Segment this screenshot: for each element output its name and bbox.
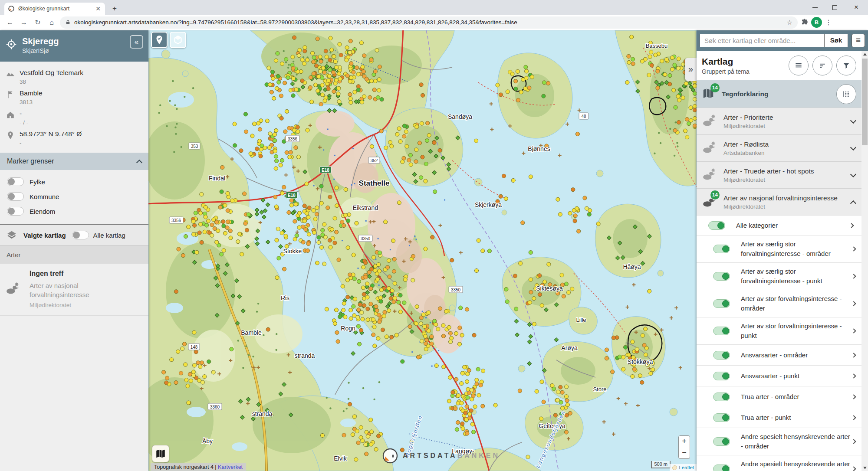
observation-marker[interactable] [349,317,353,321]
observation-marker[interactable] [556,197,560,201]
list-view-button[interactable] [789,56,809,75]
observation-marker[interactable] [529,290,533,294]
observation-marker[interactable] [320,93,324,97]
observation-marker[interactable] [243,192,247,196]
observation-marker[interactable] [184,234,187,238]
observation-marker[interactable] [240,252,244,256]
observation-marker[interactable] [312,56,316,59]
observation-marker[interactable] [456,421,460,425]
chevron-up-icon[interactable] [850,200,856,206]
observation-marker[interactable] [273,133,276,137]
observation-marker[interactable] [244,130,248,134]
observation-marker[interactable] [431,235,434,239]
observation-marker[interactable] [519,262,523,265]
observation-marker[interactable] [381,328,385,332]
observation-marker[interactable] [349,62,353,65]
observation-marker[interactable] [419,322,423,326]
observation-marker[interactable] [390,144,394,148]
observation-marker[interactable] [427,133,431,137]
observation-marker[interactable] [328,195,332,199]
observation-marker[interactable] [191,232,195,236]
observation-marker[interactable] [384,146,388,150]
observation-marker[interactable] [330,48,334,52]
observation-marker[interactable] [270,90,273,94]
observation-marker[interactable] [664,58,668,62]
observation-marker[interactable] [542,400,546,404]
observation-marker[interactable] [631,340,635,344]
observation-marker[interactable] [354,458,358,461]
observation-marker[interactable] [333,60,337,64]
observation-marker[interactable] [374,447,378,451]
observation-marker[interactable] [329,245,332,249]
observation-marker[interactable] [411,254,415,258]
observation-marker[interactable] [352,314,356,317]
observation-marker[interactable] [676,94,680,98]
extensions-puzzle-icon[interactable] [800,18,809,26]
observation-marker[interactable] [286,76,290,80]
layer-group-row[interactable]: Arter - Prioriterte Miljødirektoratet [697,108,861,134]
kartverket-link[interactable]: Kartverket [218,464,243,470]
observation-marker[interactable] [475,378,479,382]
observation-marker[interactable] [454,331,458,335]
observation-marker[interactable] [330,227,334,231]
observation-marker[interactable] [450,336,454,340]
observation-marker[interactable] [461,427,465,431]
observation-marker[interactable] [300,79,304,83]
legend-row[interactable]: 14 Tegnforklaring [697,80,861,108]
observation-marker[interactable] [448,376,452,379]
observation-marker[interactable] [632,367,636,371]
observation-marker[interactable] [510,72,514,76]
observation-marker[interactable] [426,121,430,125]
observation-marker[interactable] [392,257,396,261]
observation-marker[interactable] [258,128,262,131]
observation-marker[interactable] [656,69,660,73]
observation-marker[interactable] [283,130,287,134]
observation-marker[interactable] [348,273,352,277]
observation-marker[interactable] [433,190,437,193]
observation-marker[interactable] [416,355,420,359]
observation-marker[interactable] [407,158,411,162]
chevron-right-icon[interactable] [851,301,856,306]
observation-marker[interactable] [343,315,347,319]
observation-marker[interactable] [538,293,542,297]
observation-marker[interactable] [532,322,536,326]
observation-marker[interactable] [556,390,560,394]
observation-marker[interactable] [502,174,506,178]
observation-marker[interactable] [473,405,477,409]
observation-marker[interactable] [371,317,375,321]
observation-marker[interactable] [693,108,697,112]
observation-marker[interactable] [421,155,424,159]
toggle-eiendom[interactable] [7,207,24,216]
observation-marker[interactable] [274,205,278,209]
observation-marker[interactable] [568,411,572,415]
observation-marker[interactable] [321,228,325,232]
observation-marker[interactable] [423,324,427,328]
observation-marker[interactable] [319,69,322,73]
observation-marker[interactable] [274,167,278,170]
observation-marker[interactable] [287,126,291,130]
observation-marker[interactable] [362,70,365,74]
new-tab-button[interactable]: + [109,3,120,14]
observation-marker[interactable] [356,72,360,76]
observation-marker[interactable] [649,50,653,54]
observation-marker[interactable] [670,56,674,60]
sublayer-row[interactable]: Andre spesielt hensynskrevende arter - o… [697,428,861,455]
observation-marker[interactable] [447,399,451,403]
observation-marker[interactable] [361,286,365,290]
observation-marker[interactable] [258,139,262,143]
observation-marker[interactable] [304,228,308,232]
observation-marker[interactable] [397,127,401,131]
observation-marker[interactable] [516,98,520,102]
observation-marker[interactable] [385,335,388,339]
observation-marker[interactable] [357,279,361,283]
observation-marker[interactable] [215,240,219,244]
observation-marker[interactable] [289,203,293,207]
observation-marker[interactable] [612,336,615,340]
reload-button[interactable]: ↻ [32,17,43,28]
observation-marker[interactable] [418,141,421,145]
marker-grenser-header[interactable]: Marker grenser [0,153,148,170]
observation-marker[interactable] [521,221,525,225]
observation-marker[interactable] [310,100,314,104]
observation-marker[interactable] [414,322,418,326]
observation-marker[interactable] [663,72,667,76]
